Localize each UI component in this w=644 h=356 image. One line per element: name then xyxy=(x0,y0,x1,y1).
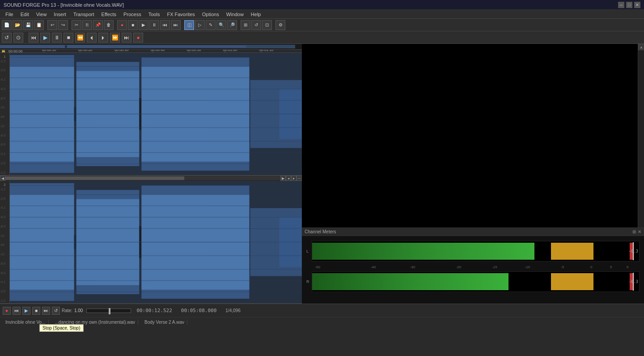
redo-button[interactable]: ↪ xyxy=(58,20,68,30)
tb-pause-button[interactable]: ⏸ xyxy=(149,20,159,30)
pencil-tool-button[interactable]: ✎ xyxy=(206,20,216,30)
meter-r-label: R xyxy=(306,279,312,284)
save-button[interactable]: 💾 xyxy=(23,20,33,30)
meter-r-green xyxy=(312,273,508,290)
bt-forward-btn[interactable]: ⏭ xyxy=(42,307,50,315)
scroll-track xyxy=(5,176,280,180)
transport-step-back-button[interactable]: ⏴ xyxy=(87,33,97,43)
paste-button[interactable]: 📌 xyxy=(93,20,103,30)
tb-rewind-button[interactable]: ⏮ xyxy=(160,20,170,30)
rate-thumb[interactable] xyxy=(109,308,110,314)
menu-effects[interactable]: Effects xyxy=(98,11,120,18)
punch-button[interactable]: ⊡ xyxy=(262,20,272,30)
maximize-button[interactable]: □ xyxy=(626,2,632,8)
black-area xyxy=(302,44,644,227)
meter-r-container: R -0.3 xyxy=(302,270,644,293)
svg-text:00:00:30: 00:00:30 xyxy=(114,50,129,52)
meter-l-bar-area: -0.3 xyxy=(312,241,640,262)
transport-stop-button[interactable]: ■ xyxy=(64,33,73,43)
tb-stop-button[interactable]: ■ xyxy=(128,20,138,30)
minimize-button[interactable]: ─ xyxy=(618,2,624,8)
select-tool-button[interactable]: ▷ xyxy=(195,20,205,30)
channel-2-label: 2 -1.2 -2.5 -4.1 -6.0 -8.5 -12 -inf -12 … xyxy=(0,181,10,303)
transport-step-fwd-button[interactable]: ⏵ xyxy=(98,33,108,43)
rate-label: Rate: xyxy=(62,308,72,313)
scroll-zoom-out[interactable]: ─ xyxy=(297,176,302,181)
menu-bar: File Edit View Insert Transport Effects … xyxy=(0,10,644,19)
scroll-left-button[interactable]: ◀ xyxy=(0,176,5,181)
bt-go-start[interactable]: ⏮ xyxy=(13,307,21,315)
scroll-right-button[interactable]: ▶ xyxy=(280,176,286,181)
transport-go-end-button[interactable]: ⏭ xyxy=(122,33,131,43)
transport-play-button[interactable]: ▶ xyxy=(40,33,50,43)
scroll-thumb[interactable] xyxy=(5,176,184,180)
new-button[interactable]: 📄 xyxy=(2,20,12,30)
auto-button[interactable]: ⊙ xyxy=(13,33,23,43)
overview-strip[interactable] xyxy=(0,44,302,50)
bt-stop-btn[interactable]: ■ xyxy=(32,307,40,315)
waveform-panel: 🔒 00:00:00 00:00:10 00:00:20 00:00:30 00… xyxy=(0,44,302,304)
zoom-sel-button[interactable]: ◫ xyxy=(184,20,194,30)
undo-button[interactable]: ↩ xyxy=(47,20,57,30)
menu-help[interactable]: Help xyxy=(247,11,265,18)
tb-play-button[interactable]: ▶ xyxy=(139,20,148,30)
menu-file[interactable]: File xyxy=(2,11,17,18)
cut-button[interactable]: ✂ xyxy=(72,20,81,30)
meter-l-row: L -0.3 xyxy=(306,240,640,263)
bt-loop-btn[interactable]: ↺ xyxy=(52,307,60,315)
svg-text:-60: -60 xyxy=(315,265,320,269)
cycle-button[interactable]: ↺ xyxy=(2,33,12,43)
meter-r-yellow2 xyxy=(577,273,593,290)
menu-window[interactable]: Window xyxy=(223,11,247,18)
status-bar: Invincible ohne Vo... ...dancing on my o… xyxy=(0,317,644,327)
snap-button[interactable]: ⊞ xyxy=(241,20,250,30)
channel-2-row: 2 -1.2 -2.5 -4.1 -6.0 -8.5 -12 -inf -12 … xyxy=(0,181,302,304)
transport-record-button[interactable]: ● xyxy=(133,33,143,43)
svg-text:0: 0 xyxy=(590,265,593,269)
svg-rect-5 xyxy=(130,46,246,47)
menu-edit[interactable]: Edit xyxy=(17,11,33,18)
open-button[interactable]: 📂 xyxy=(13,20,22,30)
svg-text:9: 9 xyxy=(627,265,629,269)
meter-l-container: L -0.3 xyxy=(302,236,644,263)
scroll-expand-right[interactable]: ▸ xyxy=(291,176,297,181)
right-scroll-up[interactable]: ▲ xyxy=(638,44,644,50)
channel-meters-header: Channel Meters ⊞ ✕ xyxy=(302,228,644,236)
channel-2-num: 2 xyxy=(4,183,5,187)
meter-close-button[interactable]: ✕ xyxy=(638,229,641,234)
channel-meters-title: Channel Meters xyxy=(305,229,336,234)
menu-view[interactable]: View xyxy=(33,11,51,18)
close-button[interactable]: ✕ xyxy=(634,2,640,8)
zoom-in-button[interactable]: 🔍 xyxy=(216,20,226,30)
channel-2-waveform[interactable] xyxy=(10,181,302,303)
transport-rewind-button[interactable]: ⏪ xyxy=(75,33,85,43)
scroll-expand-left[interactable]: ◂ xyxy=(286,176,291,181)
menu-insert[interactable]: Insert xyxy=(50,11,70,18)
zoom-out-button[interactable]: 🔎 xyxy=(227,20,237,30)
tb-ff-button[interactable]: ⏭ xyxy=(171,20,181,30)
loop-button[interactable]: ↺ xyxy=(251,20,261,30)
bt-play-btn[interactable]: ▶ xyxy=(22,307,30,315)
menu-options[interactable]: Options xyxy=(199,11,223,18)
tb-record-button[interactable]: ● xyxy=(117,20,127,30)
transport-pause-button[interactable]: ⏸ xyxy=(52,33,62,43)
transport-ff-button[interactable]: ⏩ xyxy=(110,33,120,43)
delete-button[interactable]: 🗑 xyxy=(104,20,114,30)
menu-tools[interactable]: Tools xyxy=(145,11,164,18)
rate-slider[interactable] xyxy=(86,309,131,313)
channel-1-row: 1 -1.2 -2.5 -4.1 -6.0 -8.5 -12 -inf -12 … xyxy=(0,53,302,176)
extra-btn[interactable]: ⚙ xyxy=(275,20,285,30)
meter-settings-button[interactable]: ⊞ xyxy=(632,229,636,234)
saveas-button[interactable]: 📋 xyxy=(34,20,44,30)
menu-process[interactable]: Process xyxy=(120,11,145,18)
menu-transport[interactable]: Transport xyxy=(70,11,98,18)
toolbar-1: 📄 📂 💾 📋 ↩ ↪ ✂ ⎘ 📌 🗑 ● ■ ▶ ⏸ ⏮ ⏭ ◫ ▷ ✎ 🔍 … xyxy=(0,19,644,31)
go-start-button[interactable]: ⏮ xyxy=(29,33,38,43)
menu-fx-favorites[interactable]: FX Favorites xyxy=(163,11,198,18)
svg-text:-30: -30 xyxy=(410,265,415,269)
main-area: 🔒 00:00:00 00:00:10 00:00:20 00:00:30 00… xyxy=(0,44,644,304)
bt-record-button[interactable]: ● xyxy=(3,307,11,315)
svg-text:00:01:10: 00:01:10 xyxy=(259,50,274,52)
copy-button[interactable]: ⎘ xyxy=(82,20,92,30)
channel-1-waveform[interactable] xyxy=(10,53,302,175)
